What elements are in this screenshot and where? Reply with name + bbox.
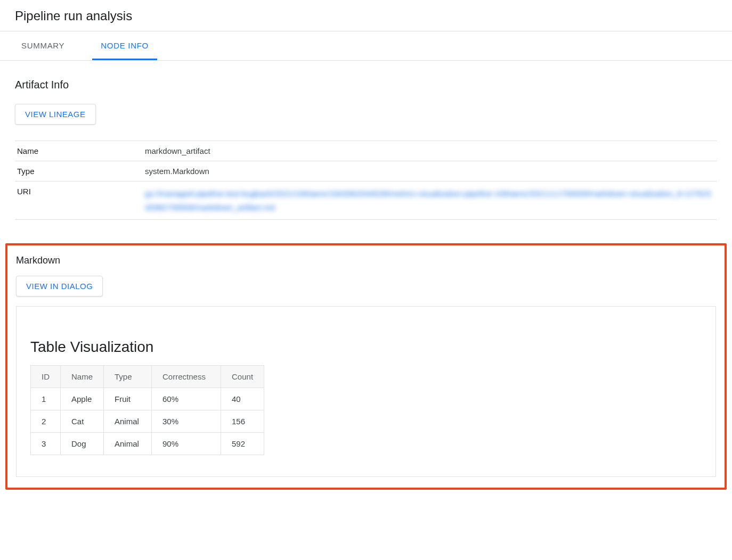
artifact-info-table: Name markdown_artifact Type system.Markd… xyxy=(15,141,717,220)
tab-summary[interactable]: SUMMARY xyxy=(13,31,73,60)
col-count: Count xyxy=(221,366,264,388)
visualization-table: ID Name Type Correctness Count 1 Apple F… xyxy=(30,365,264,455)
cell-count: 592 xyxy=(221,433,264,455)
cell-type: Animal xyxy=(104,410,152,433)
table-visualization-title: Table Visualization xyxy=(30,339,702,356)
artifact-label: Name xyxy=(15,141,143,161)
cell-correctness: 30% xyxy=(152,410,221,433)
cell-name: Apple xyxy=(61,388,104,410)
cell-name: Cat xyxy=(61,410,104,433)
tab-node-info[interactable]: NODE INFO xyxy=(92,31,157,60)
cell-name: Dog xyxy=(61,433,104,455)
cell-type: Animal xyxy=(104,433,152,455)
table-row: 3 Dog Animal 90% 592 xyxy=(31,433,264,455)
table-header-row: ID Name Type Correctness Count xyxy=(31,366,264,388)
cell-id: 1 xyxy=(31,388,61,410)
table-row: 1 Apple Fruit 60% 40 xyxy=(31,388,264,410)
markdown-preview-panel: Table Visualization ID Name Type Correct… xyxy=(16,306,716,477)
artifact-info-title: Artifact Info xyxy=(15,79,717,91)
tab-bar: SUMMARY NODE INFO xyxy=(0,31,732,61)
markdown-highlight-box: Markdown VIEW IN DIALOG Table Visualizat… xyxy=(5,243,727,490)
cell-correctness: 60% xyxy=(152,388,221,410)
artifact-row-name: Name markdown_artifact xyxy=(15,141,717,161)
page-title: Pipeline run analysis xyxy=(0,0,732,31)
col-id: ID xyxy=(31,366,61,388)
cell-id: 2 xyxy=(31,410,61,433)
cell-id: 3 xyxy=(31,433,61,455)
artifact-value: markdown_artifact xyxy=(143,141,717,161)
markdown-section-title: Markdown xyxy=(16,255,716,266)
table-row: 2 Cat Animal 30% 156 xyxy=(31,410,264,433)
artifact-value: system.Markdown xyxy=(143,161,717,182)
cell-correctness: 90% xyxy=(152,433,221,455)
artifact-uri-link[interactable]: gs://managed-pipeline-test-bugbash/2021/… xyxy=(145,189,711,212)
col-name: Name xyxy=(61,366,104,388)
cell-count: 40 xyxy=(221,388,264,410)
view-in-dialog-button[interactable]: VIEW IN DIALOG xyxy=(16,276,103,297)
artifact-label: URI xyxy=(15,182,143,220)
artifact-row-uri: URI gs://managed-pipeline-test-bugbash/2… xyxy=(15,182,717,220)
artifact-row-type: Type system.Markdown xyxy=(15,161,717,182)
cell-type: Fruit xyxy=(104,388,152,410)
content-area: Artifact Info VIEW LINEAGE Name markdown… xyxy=(0,61,732,235)
col-correctness: Correctness xyxy=(152,366,221,388)
view-lineage-button[interactable]: VIEW LINEAGE xyxy=(15,104,96,125)
artifact-uri-value[interactable]: gs://managed-pipeline-test-bugbash/2021/… xyxy=(143,182,717,220)
cell-count: 156 xyxy=(221,410,264,433)
artifact-label: Type xyxy=(15,161,143,182)
col-type: Type xyxy=(104,366,152,388)
